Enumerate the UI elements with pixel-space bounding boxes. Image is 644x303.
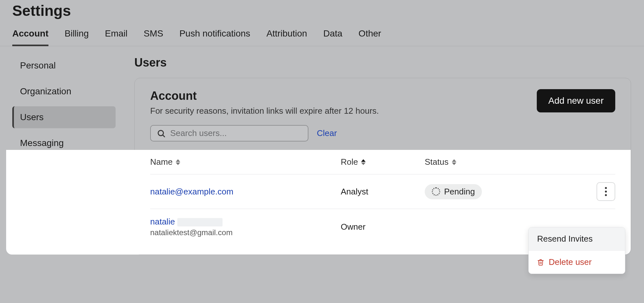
user-email: nataliektest@gmail.com bbox=[150, 228, 341, 237]
sidebar-item-users[interactable]: Users bbox=[12, 106, 116, 128]
menu-item-resend-invites[interactable]: Resend Invites bbox=[529, 227, 625, 251]
tab-billing[interactable]: Billing bbox=[65, 25, 89, 46]
tab-data[interactable]: Data bbox=[323, 25, 342, 46]
user-name-link[interactable]: natalie@example.com bbox=[150, 187, 234, 197]
settings-header: Settings Account Billing Email SMS Push … bbox=[0, 0, 644, 46]
column-header-status[interactable]: Status bbox=[425, 157, 449, 167]
trash-icon bbox=[537, 258, 544, 266]
pending-spinner-icon bbox=[432, 187, 440, 196]
account-heading: Account bbox=[150, 89, 527, 103]
kebab-icon bbox=[605, 194, 607, 196]
tab-account[interactable]: Account bbox=[12, 25, 48, 46]
tab-sms[interactable]: SMS bbox=[144, 25, 163, 46]
page-title: Settings bbox=[12, 0, 632, 25]
card-header: Account For security reasons, invitation… bbox=[135, 78, 631, 125]
user-name-link[interactable]: natalie bbox=[150, 217, 175, 226]
svg-line-1 bbox=[163, 135, 164, 137]
tab-attribution[interactable]: Attribution bbox=[266, 25, 307, 46]
search-icon bbox=[157, 129, 166, 138]
column-header-role[interactable]: Role bbox=[341, 157, 358, 167]
sidebar-item-personal[interactable]: Personal bbox=[12, 55, 116, 77]
redacted-text bbox=[177, 218, 223, 226]
sort-icon[interactable] bbox=[452, 159, 456, 165]
row-actions-button[interactable] bbox=[597, 182, 615, 201]
column-header-name[interactable]: Name bbox=[150, 157, 172, 167]
user-role: Analyst bbox=[341, 187, 368, 197]
menu-item-delete-user[interactable]: Delete user bbox=[529, 251, 625, 274]
search-field-wrapper[interactable] bbox=[150, 125, 308, 141]
table-header: Name Role Status bbox=[150, 150, 615, 174]
row-actions-menu: Resend Invites Delete user bbox=[528, 227, 625, 274]
sort-icon[interactable] bbox=[176, 159, 180, 165]
content: Users Account For security reasons, invi… bbox=[129, 46, 644, 301]
account-subtext: For security reasons, invitation links w… bbox=[150, 106, 527, 116]
table-row: natalie@example.com Analyst Pending bbox=[150, 174, 615, 209]
add-new-user-button[interactable]: Add new user bbox=[537, 89, 615, 112]
kebab-icon bbox=[605, 191, 607, 193]
clear-search-link[interactable]: Clear bbox=[317, 128, 337, 138]
top-tabs: Account Billing Email SMS Push notificat… bbox=[12, 25, 632, 46]
user-role: Owner bbox=[341, 222, 366, 232]
status-label: Pending bbox=[444, 187, 475, 197]
search-row: Clear bbox=[135, 125, 631, 150]
section-title: Users bbox=[134, 56, 631, 69]
tab-push-notifications[interactable]: Push notifications bbox=[179, 25, 250, 46]
sidebar-item-organization[interactable]: Organization bbox=[12, 80, 116, 102]
status-badge: Pending bbox=[425, 184, 482, 199]
tab-other[interactable]: Other bbox=[358, 25, 381, 46]
menu-item-delete-label: Delete user bbox=[549, 257, 592, 267]
search-input[interactable] bbox=[170, 128, 302, 138]
body: Personal Organization Users Messaging AP… bbox=[0, 46, 644, 301]
kebab-icon bbox=[605, 187, 607, 189]
sort-icon[interactable] bbox=[361, 159, 366, 165]
tab-email[interactable]: Email bbox=[105, 25, 128, 46]
